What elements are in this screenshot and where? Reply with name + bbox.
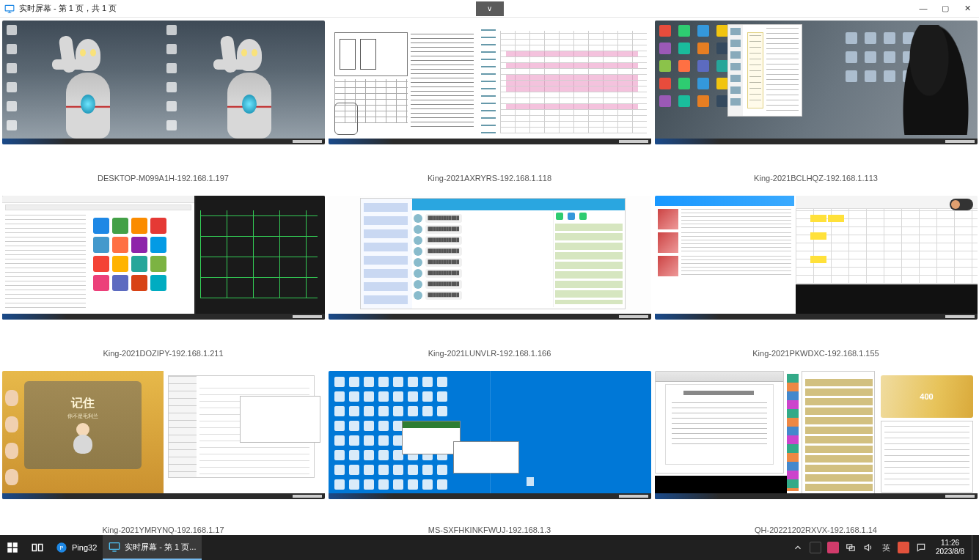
monitor-icon	[109, 541, 120, 553]
screen-label: QH-20221202RXVX-192.168.1.14	[755, 526, 877, 534]
taskbar: P Ping32 实时屏幕 - 第 1 页... 英 11:26	[0, 535, 979, 560]
tray-overflow-icon[interactable]	[791, 540, 805, 555]
screen-label: King-2021DOZIPY-192.168.1.211	[103, 349, 223, 358]
screen-label: King-2021PKWDXC-192.168.1.155	[752, 349, 879, 358]
close-button[interactable]: ✕	[963, 4, 972, 13]
screen-thumbnail[interactable]: 记住你不是毛利兰	[2, 371, 325, 499]
titlebar: 实时屏幕 - 第 1 页，共 1 页 ∨ — ▢ ✕	[0, 0, 979, 18]
window-title: 实时屏幕 - 第 1 页，共 1 页	[19, 3, 117, 14]
taskbar-app-ping32[interactable]: P Ping32	[50, 535, 103, 560]
clock-date: 2023/8/8	[936, 548, 964, 556]
screen-label: King-2021AXRYRS-192.168.1.118	[428, 174, 551, 183]
mini-taskbar	[2, 139, 325, 144]
svg-rect-9	[110, 543, 120, 550]
svg-rect-1	[7, 542, 12, 547]
taskbar-clock[interactable]: 11:26 2023/8/8	[931, 535, 969, 560]
mini-taskbar	[329, 493, 651, 499]
taskbar-app-realtime-screen[interactable]: 实时屏幕 - 第 1 页...	[103, 535, 202, 560]
mini-taskbar	[655, 493, 978, 499]
screen-label: DESKTOP-M099A1H-192.168.1.197	[98, 174, 229, 183]
screen-label: King-2021BCLHQZ-192.168.1.113	[754, 174, 878, 183]
start-button[interactable]	[0, 535, 25, 560]
maximize-button[interactable]: ▢	[941, 4, 950, 13]
screen-thumbnail[interactable]: ████████████████████████████████████████…	[329, 196, 651, 320]
chevron-down-icon: ∨	[487, 4, 492, 12]
svg-rect-3	[7, 548, 12, 553]
notifications-icon[interactable]	[914, 540, 928, 555]
taskbar-app-label: 实时屏幕 - 第 1 页...	[125, 542, 196, 553]
screen-label: King-2021LUNVLR-192.168.1.166	[428, 349, 551, 358]
screen-thumbnail[interactable]	[655, 196, 978, 320]
mini-taskbar	[329, 139, 651, 144]
mini-taskbar	[329, 314, 651, 320]
svg-rect-4	[13, 548, 18, 553]
ime-indicator[interactable]: 英	[879, 540, 893, 555]
minimize-button[interactable]: —	[919, 4, 928, 13]
screens-grid: DESKTOP-M099A1H-192.168.1.197King-2021AX…	[0, 18, 979, 534]
system-tray: 英 11:26 2023/8/8	[791, 535, 979, 560]
taskbar-app-label: Ping32	[72, 543, 97, 552]
screen-thumbnail[interactable]	[329, 371, 651, 499]
screen-thumbnail[interactable]	[2, 196, 325, 320]
screen-thumbnail[interactable]: 400	[655, 371, 978, 499]
svg-rect-5	[32, 545, 36, 551]
svg-rect-0	[5, 5, 14, 11]
titlebar-dropdown[interactable]: ∨	[476, 1, 504, 16]
app-monitor-icon	[4, 4, 15, 14]
show-desktop-button[interactable]	[972, 535, 976, 560]
screen-label: MS-SXFHKINKFWUJ-192.168.1.3	[428, 526, 551, 534]
network-icon[interactable]	[843, 540, 858, 555]
screen-thumbnail[interactable]	[655, 21, 978, 144]
tray-app-icon[interactable]	[808, 540, 823, 555]
screen-label: King-2021YMRYNQ-192.168.1.17	[102, 526, 224, 534]
screen-thumbnail[interactable]	[2, 21, 325, 144]
tray-app-icon[interactable]	[826, 540, 840, 555]
mini-taskbar	[655, 139, 978, 144]
tray-ime-app-icon[interactable]	[896, 540, 911, 555]
svg-rect-6	[39, 545, 43, 551]
svg-text:P: P	[60, 545, 64, 551]
mini-taskbar	[655, 314, 978, 320]
mini-taskbar	[2, 493, 325, 499]
ping32-icon: P	[56, 542, 67, 553]
svg-rect-2	[13, 542, 18, 547]
volume-icon[interactable]	[861, 540, 876, 555]
mini-taskbar	[2, 314, 325, 320]
task-view-button[interactable]	[25, 535, 50, 560]
screen-thumbnail[interactable]	[329, 21, 651, 144]
clock-time: 11:26	[941, 539, 959, 548]
